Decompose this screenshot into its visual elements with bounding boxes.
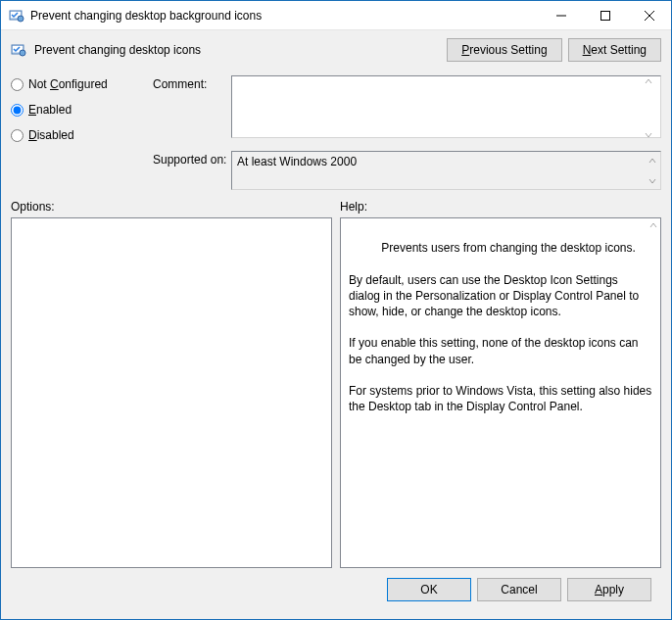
scroll-up-icon[interactable]	[648, 220, 658, 230]
previous-setting-button[interactable]: Previous Setting	[447, 38, 561, 62]
comment-label: Comment:	[153, 75, 231, 141]
comment-textarea[interactable]	[231, 75, 661, 138]
svg-point-9	[20, 50, 25, 56]
policy-icon	[11, 42, 26, 58]
radio-enabled[interactable]: Enabled	[11, 103, 153, 117]
svg-rect-4	[600, 11, 609, 20]
svg-point-2	[18, 16, 24, 22]
radio-disabled-input[interactable]	[11, 129, 24, 142]
cancel-button[interactable]: Cancel	[477, 578, 561, 601]
policy-icon	[9, 8, 24, 24]
minimize-button[interactable]	[539, 1, 583, 29]
radio-label: Disabled	[28, 128, 74, 142]
scroll-down-icon[interactable]	[645, 173, 659, 188]
window-title: Prevent changing desktop background icon…	[30, 9, 539, 23]
radio-disabled[interactable]: Disabled	[11, 128, 153, 142]
radio-label: Enabled	[28, 103, 72, 117]
scroll-down-icon[interactable]	[644, 130, 660, 140]
help-text: Prevents users from changing the desktop…	[349, 241, 655, 413]
policy-title: Prevent changing desktop icons	[34, 43, 447, 57]
help-pane: Prevents users from changing the desktop…	[340, 217, 661, 568]
apply-button[interactable]: Apply	[567, 578, 651, 601]
radio-label: Not Configured	[28, 77, 108, 91]
supported-on-field: At least Windows 2000	[231, 151, 661, 190]
help-label: Help:	[340, 200, 661, 214]
radio-not-configured-input[interactable]	[11, 78, 24, 91]
radio-not-configured[interactable]: Not Configured	[11, 77, 153, 91]
ok-button[interactable]: OK	[387, 578, 471, 601]
maximize-button[interactable]	[583, 1, 627, 29]
scroll-up-icon[interactable]	[644, 76, 660, 86]
next-setting-button[interactable]: Next Setting	[568, 38, 661, 62]
supported-on-label: Supported on:	[153, 151, 231, 190]
scroll-up-icon[interactable]	[645, 153, 659, 167]
titlebar: Prevent changing desktop background icon…	[1, 1, 671, 30]
close-button[interactable]	[627, 1, 671, 29]
radio-enabled-input[interactable]	[11, 104, 24, 117]
state-radio-group: Not Configured Enabled Disabled	[11, 75, 153, 190]
options-pane	[11, 217, 332, 568]
dialog-window: Prevent changing desktop background icon…	[0, 0, 672, 620]
supported-on-value: At least Windows 2000	[237, 155, 357, 168]
dialog-body: Prevent changing desktop icons Previous …	[1, 30, 671, 619]
options-label: Options:	[11, 200, 332, 214]
